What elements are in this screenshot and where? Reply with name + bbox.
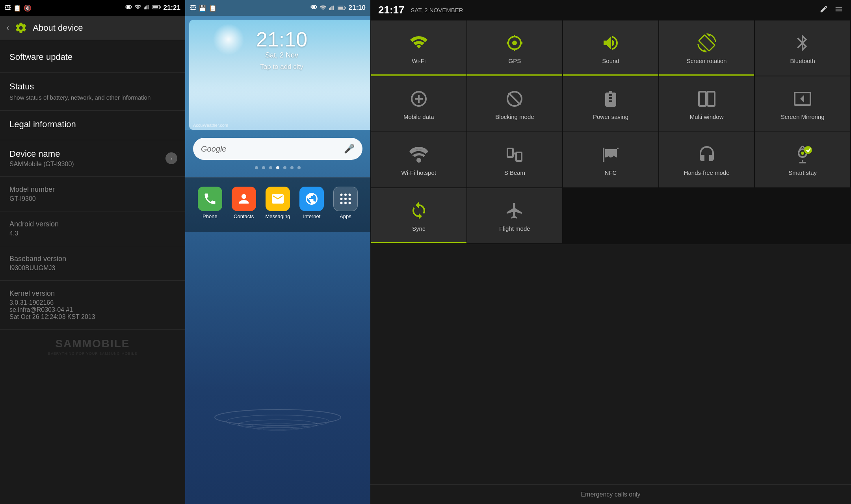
- svg-rect-0: [144, 7, 145, 9]
- svg-point-15: [227, 415, 329, 428]
- svg-rect-7: [329, 8, 330, 10]
- status-bar-right-2: 👁 21:10: [310, 4, 366, 12]
- quick-settings-panel: 21:17 SAT, 2 NOVEMBER Wi-Fi GPS: [370, 0, 851, 504]
- wifi-hotspot-tile-label: Wi-Fi hotspot: [401, 169, 436, 177]
- tile-gps[interactable]: GPS: [467, 20, 563, 76]
- tile-power-saving[interactable]: Power saving: [563, 76, 658, 132]
- model-label: Model number: [9, 185, 176, 194]
- menu-item-baseband: Baseband version I9300BUUGMJ3: [0, 246, 185, 281]
- s-beam-tile-icon: [504, 145, 525, 165]
- flight-mode-tile-label: Flight mode: [499, 225, 530, 233]
- status-bar-1: 🖼 📋 🔇 👁 21:21: [0, 0, 185, 16]
- multi-window-tile-label: Multi window: [690, 113, 724, 121]
- tile-sound[interactable]: Sound: [563, 20, 658, 76]
- home-screen-panel: 🖼 💾 📋 👁 21:10 21:10 Sat, 2 Nov Tap to ad…: [185, 0, 370, 504]
- svg-rect-12: [345, 7, 346, 9]
- svg-point-25: [340, 202, 343, 204]
- tile-flight-mode[interactable]: Flight mode: [467, 188, 563, 243]
- screen-rotation-tile-icon: [697, 33, 717, 53]
- tile-sync[interactable]: Sync: [371, 188, 466, 243]
- svg-rect-1: [145, 6, 146, 9]
- tile-smart-stay[interactable]: Smart stay: [755, 132, 850, 187]
- phone-icon: [198, 187, 222, 211]
- tile-hands-free[interactable]: Hands-free mode: [659, 132, 754, 187]
- blocking-mode-tile-icon: [504, 89, 525, 109]
- time-display-3: 21:17: [378, 4, 405, 16]
- settings-gear-icon: [15, 22, 27, 34]
- menu-item-android: Android version 4.3: [0, 211, 185, 246]
- bluetooth-tile-label: Bluetooth: [790, 57, 815, 65]
- svg-point-24: [349, 198, 351, 200]
- internet-label: Internet: [303, 213, 320, 219]
- dock-messaging[interactable]: Messaging: [266, 187, 290, 219]
- time-display-2: 21:10: [349, 4, 366, 12]
- wifi-icon-2: [320, 5, 327, 11]
- tile-screen-mirroring[interactable]: Screen Mirroring: [755, 76, 850, 132]
- svg-point-26: [344, 202, 347, 204]
- weather-widget[interactable]: 21:10 Sat, 2 Nov Tap to add city AccuWea…: [189, 20, 370, 130]
- wifi-tile-label: Wi-Fi: [412, 57, 426, 65]
- mobile-data-tile-label: Mobile data: [403, 113, 434, 121]
- status-bar-2: 🖼 💾 📋 👁 21:10: [185, 0, 370, 16]
- page-dot-3[interactable]: [276, 166, 279, 169]
- tile-screen-rotation[interactable]: Screen rotation: [659, 20, 754, 76]
- back-button[interactable]: ‹: [6, 23, 9, 33]
- mic-icon[interactable]: 🎤: [344, 144, 355, 154]
- page-dot-1[interactable]: [262, 166, 265, 169]
- tile-bluetooth[interactable]: Bluetooth: [755, 20, 850, 76]
- water-ripple: [209, 394, 347, 441]
- tile-blocking-mode[interactable]: Blocking mode: [467, 76, 563, 132]
- android-value: 4.3: [9, 230, 176, 237]
- legal-label: Legal information: [9, 119, 176, 130]
- eye-icon-2: 👁: [310, 4, 317, 12]
- google-search-bar[interactable]: Google 🎤: [193, 138, 362, 160]
- silent-icon: 🔇: [24, 4, 32, 12]
- messaging-icon: [266, 187, 290, 211]
- sync-tile-label: Sync: [412, 225, 425, 233]
- tile-s-beam[interactable]: S Beam: [467, 132, 563, 187]
- nfc-tile-label: NFC: [605, 169, 617, 177]
- svg-point-18: [262, 426, 294, 431]
- tile-wifi-hotspot[interactable]: Wi-Fi hotspot: [371, 132, 466, 187]
- page-dot-6[interactable]: [297, 166, 301, 169]
- page-dot-4[interactable]: [283, 166, 286, 169]
- weather-city[interactable]: Tap to add city: [189, 63, 370, 71]
- apps-label: Apps: [340, 213, 351, 219]
- status-label: Status: [9, 82, 176, 92]
- menu-item-software-update[interactable]: Software update: [0, 43, 185, 73]
- svg-point-22: [340, 198, 343, 200]
- dock-phone[interactable]: Phone: [198, 187, 222, 219]
- svg-rect-5: [160, 6, 161, 8]
- menu-item-status[interactable]: Status Show status of battery, network, …: [0, 73, 185, 111]
- tile-nfc[interactable]: NFC: [563, 132, 658, 187]
- svg-point-29: [512, 41, 517, 45]
- gps-tile-icon: [504, 33, 525, 53]
- tile-multi-window[interactable]: Multi window: [659, 76, 754, 132]
- sound-tile-label: Sound: [602, 57, 619, 65]
- dock-contacts[interactable]: Contacts: [232, 187, 256, 219]
- page-dot-5[interactable]: [290, 166, 294, 169]
- emergency-bar: Emergency calls only: [370, 484, 851, 504]
- tile-mobile-data[interactable]: Mobile data: [371, 76, 466, 132]
- toolbar-title: About device: [33, 23, 83, 33]
- svg-rect-39: [507, 148, 513, 157]
- screen-mirroring-tile-icon: [792, 89, 813, 109]
- dock-apps[interactable]: Apps: [333, 187, 358, 219]
- storage-icon: 💾: [199, 4, 206, 12]
- menu-item-device-name[interactable]: Device name SAMMobile (GT-I9300) ›: [0, 140, 185, 177]
- nfc-tile-icon: [600, 145, 621, 165]
- menu-item-kernel: Kernel version 3.0.31-1902166 se.infra@R…: [0, 281, 185, 330]
- sync-active-bar: [371, 242, 466, 243]
- dock-internet[interactable]: Internet: [299, 187, 324, 219]
- wifi-tile-icon: [409, 33, 429, 53]
- svg-rect-13: [338, 7, 343, 9]
- menu-item-legal[interactable]: Legal information: [0, 111, 185, 140]
- tile-wifi[interactable]: Wi-Fi: [371, 20, 466, 76]
- menu-icon[interactable]: [834, 5, 843, 15]
- arrow-icon: ›: [165, 152, 177, 164]
- page-dots: [255, 166, 301, 169]
- pencil-icon[interactable]: [819, 5, 828, 15]
- svg-point-20: [344, 194, 347, 196]
- page-dot-2[interactable]: [269, 166, 272, 169]
- page-dot-0[interactable]: [255, 166, 258, 169]
